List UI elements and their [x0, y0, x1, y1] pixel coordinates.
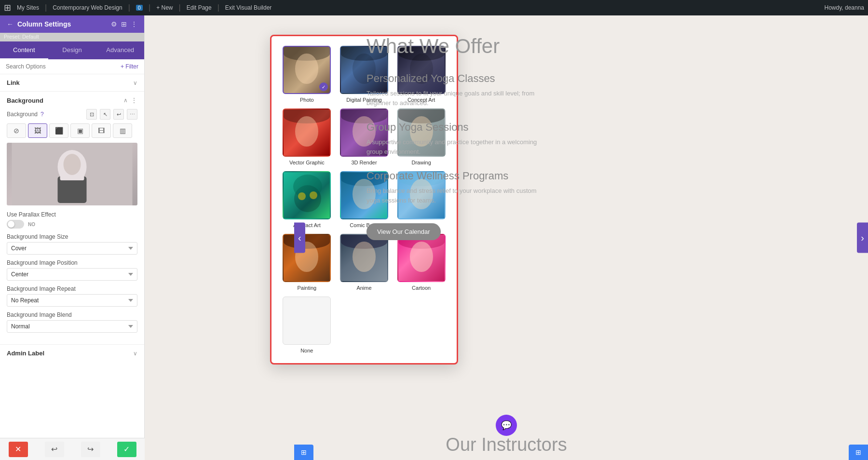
style-label-photo: Photo [300, 97, 314, 103]
comment-count-badge[interactable]: 0 [136, 5, 143, 11]
user-greeting: Howdy, deanna [825, 4, 865, 11]
svg-point-8 [310, 191, 317, 199]
style-item-painting[interactable]: Painting [281, 234, 333, 291]
service-item-1: Group Yoga Sessions A supportive communi… [366, 121, 839, 156]
image-position-label: Background Image Position [7, 259, 137, 266]
svg-rect-3 [58, 176, 87, 203]
bottom-action-bar: ✕ ↩ ↪ ✓ [0, 438, 145, 460]
parallax-value: NO [28, 222, 35, 227]
tab-content[interactable]: Content [0, 41, 48, 59]
tab-advanced[interactable]: Advanced [96, 41, 144, 59]
background-section-header[interactable]: Background ∧ ⋮ [0, 92, 144, 109]
bg-none-btn[interactable]: ⊘ [7, 123, 26, 138]
svg-rect-4 [60, 176, 84, 180]
service-desc-0: Tailored sessions to fit your unique goa… [366, 89, 550, 108]
what-we-offer-title: What We Offer [366, 35, 839, 58]
image-position-select[interactable]: Center [7, 268, 137, 281]
bg-gradient-btn[interactable]: ▣ [70, 123, 90, 138]
sidebar: ← Column Settings ⚙ ⊞ ⋮ Preset: Default … [0, 15, 145, 460]
admin-bar: ⊞ My Sites | Contemporary Web Design | 0… [0, 0, 868, 15]
bg-ellipsis-icon[interactable]: ⋯ [127, 109, 137, 120]
back-icon[interactable]: ← [7, 20, 14, 28]
exit-visual-builder-link[interactable]: Exit Visual Builder [225, 4, 272, 11]
bg-label-row: Background ? ⊡ ↖ ↩ ⋯ [7, 109, 137, 120]
bg-color-btn[interactable]: ⬛ [49, 123, 68, 138]
image-blend-row: Background Image Blend Normal [7, 311, 137, 333]
bg-type-row: ⊘ 🖼 ⬛ ▣ 🎞 ▥ [7, 123, 137, 138]
background-more-icon[interactable]: ⋮ [131, 96, 137, 104]
preset-label[interactable]: Preset: Default [0, 33, 144, 41]
svg-point-7 [298, 192, 306, 200]
link-section[interactable]: Link ∨ [0, 74, 144, 92]
style-item-none[interactable]: None [281, 297, 333, 353]
background-section-content: Background ? ⊡ ↖ ↩ ⋯ ⊘ 🖼 ⬛ ▣ 🎞 ▥ [0, 109, 144, 344]
parallax-toggle-row: Use Parallax Effect NO [7, 211, 137, 229]
tab-design[interactable]: Design [48, 41, 96, 59]
image-blend-label: Background Image Blend [7, 311, 137, 318]
settings-icon[interactable]: ⚙ [111, 20, 117, 28]
wordpress-icon[interactable]: ⊞ [4, 2, 11, 13]
cancel-button[interactable]: ✕ [9, 442, 28, 457]
style-thumb-abstract [283, 171, 331, 219]
service-title-0: Personalized Yoga Classes [366, 72, 839, 85]
sidebar-toggle-left-button[interactable]: ‹ [294, 223, 305, 253]
bg-help-icon[interactable]: ? [41, 111, 44, 118]
my-sites-link[interactable]: My Sites [17, 4, 39, 11]
service-desc-2: Bring balance and stress relief to your … [366, 186, 550, 205]
style-item-abstract-art[interactable]: Abstract Art [281, 171, 333, 228]
bg-undo-icon[interactable]: ↩ [113, 109, 124, 120]
search-options-row: + Filter [0, 59, 144, 74]
service-title-1: Group Yoga Sessions [366, 121, 839, 134]
web-content-area: What We Offer Personalized Yoga Classes … [338, 15, 868, 460]
image-repeat-label: Background Image Repeat [7, 285, 137, 292]
edit-page-link[interactable]: Edit Page [187, 4, 212, 11]
image-repeat-row: Background Image Repeat No Repeat [7, 285, 137, 307]
style-item-vector-graphic[interactable]: Vector Graphic [281, 108, 333, 165]
sidebar-tabs: Content Design Advanced [0, 41, 144, 59]
style-thumb-vector [283, 108, 331, 157]
chat-bubble-button[interactable]: 💬 [496, 415, 517, 436]
search-options-input[interactable] [6, 63, 121, 70]
bg-video-btn[interactable]: 🎞 [92, 123, 111, 138]
style-label-vector-graphic: Vector Graphic [289, 160, 325, 165]
grid-icon[interactable]: ⊞ [121, 20, 127, 28]
site-name-link[interactable]: Contemporary Web Design [53, 4, 122, 11]
parallax-toggle[interactable] [7, 220, 24, 229]
style-thumb-none [283, 297, 331, 345]
view-calendar-button[interactable]: View Our Calendar [366, 223, 441, 240]
sidebar-header: ← Column Settings ⚙ ⊞ ⋮ [0, 15, 144, 33]
bg-field-label: Background [7, 111, 38, 118]
more-icon[interactable]: ⋮ [131, 20, 137, 28]
admin-label-section[interactable]: Admin Label ∨ [0, 344, 144, 362]
bg-copy-icon[interactable]: ⊡ [86, 109, 97, 120]
service-title-2: Corporate Wellness Programs [366, 170, 839, 182]
image-size-label: Background Image Size [7, 233, 137, 240]
background-chevron-icon: ∧ [123, 97, 128, 104]
style-label-none: None [300, 348, 313, 353]
save-button[interactable]: ✓ [117, 442, 136, 457]
link-chevron-icon: ∨ [133, 80, 137, 86]
sidebar-title: Column Settings [17, 20, 107, 28]
style-item-photo[interactable]: ✓ Photo [281, 46, 333, 103]
instructors-title: Our Instructors [446, 434, 567, 455]
filter-button[interactable]: + Filter [121, 63, 138, 70]
undo-button[interactable]: ↩ [45, 442, 64, 457]
new-menu-item[interactable]: + New [156, 4, 173, 11]
image-size-select[interactable]: Cover [7, 242, 137, 255]
bg-image-btn[interactable]: 🖼 [28, 123, 47, 138]
admin-label-chevron-icon: ∨ [133, 350, 137, 357]
sidebar-toggle-right-button[interactable]: › [857, 223, 868, 253]
bg-select-icon[interactable]: ↖ [100, 109, 110, 120]
image-blend-select[interactable]: Normal [7, 320, 137, 333]
redo-button[interactable]: ↪ [81, 442, 100, 457]
style-thumb-photo: ✓ [283, 46, 331, 94]
image-position-row: Background Image Position Center [7, 259, 137, 281]
sidebar-content: Link ∨ Background ∧ ⋮ Background ? ⊡ ↖ ↩ [0, 74, 144, 460]
bottom-right-action-button[interactable]: ⊞ [849, 445, 868, 460]
style-thumb-painting [283, 234, 331, 282]
image-repeat-select[interactable]: No Repeat [7, 294, 137, 307]
style-label-painting: Painting [297, 285, 316, 291]
bg-pattern-btn[interactable]: ▥ [113, 123, 132, 138]
bottom-left-action-button[interactable]: ⊞ [294, 445, 313, 460]
admin-label-title: Admin Label [7, 350, 133, 357]
